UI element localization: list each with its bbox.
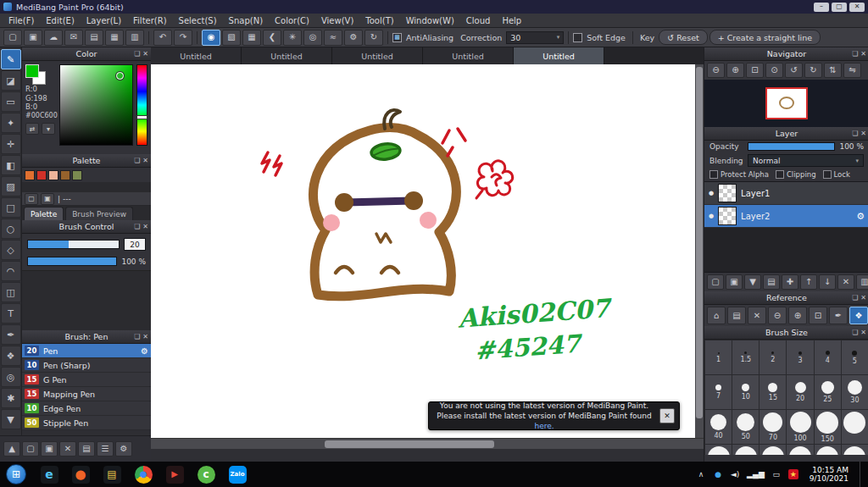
layer-row[interactable]: ● Layer2 ⚙ xyxy=(704,205,868,228)
move-layer-down-icon[interactable]: ↓ xyxy=(819,274,836,290)
panel-tab[interactable]: Brush Preview xyxy=(65,207,133,220)
gradient-tool[interactable]: ▨ xyxy=(1,176,21,196)
antialiasing-checkbox[interactable]: ▩ xyxy=(392,33,402,42)
angle-snap-icon[interactable]: ❮ xyxy=(263,30,281,46)
canvas-viewport[interactable]: Akis02C07 #45247 You are not using the l… xyxy=(151,64,704,438)
new-canvas-icon[interactable]: ▢ xyxy=(3,30,22,46)
layer-checkbox[interactable]: Clipping xyxy=(776,170,816,179)
menu-item[interactable]: Color(C) xyxy=(269,14,315,27)
brush-size-cell[interactable]: 1 xyxy=(705,340,732,374)
close-panel-icon[interactable]: ✕ xyxy=(860,294,866,302)
menu-item[interactable]: File(F) xyxy=(3,14,40,27)
brush-size-cell[interactable]: 50 xyxy=(732,410,759,444)
media-app-icon[interactable]: ▶ xyxy=(163,462,186,486)
brush-item[interactable]: 10 Pen (Sharp) ⚙ xyxy=(22,358,151,373)
navigator-thumbnail[interactable] xyxy=(765,87,808,119)
layer-settings-gear-icon[interactable]: ⚙ xyxy=(856,211,865,222)
brush-size-cell[interactable]: 70 xyxy=(760,410,786,444)
nav-flip-icon[interactable]: ⇋ xyxy=(843,63,861,78)
nav-rotate-right-icon[interactable]: ↻ xyxy=(804,63,822,78)
close-panel-icon[interactable]: ✕ xyxy=(142,333,148,340)
layer-row[interactable]: ● Layer1 ⚙ xyxy=(704,182,868,205)
vertical-scrollbar[interactable] xyxy=(695,64,704,438)
new-layer-icon[interactable]: ▢ xyxy=(707,274,724,290)
popout-panel-icon[interactable]: ❏ xyxy=(852,329,858,336)
duplicate-layer-icon[interactable]: ▣ xyxy=(726,274,743,290)
nav-zoom-out-icon[interactable]: ⊖ xyxy=(707,63,725,78)
new-folder-icon[interactable]: ✚ xyxy=(782,274,798,290)
eyedropper-tool[interactable]: ✒ xyxy=(1,324,21,345)
palette-swatch[interactable] xyxy=(25,170,35,180)
menu-item[interactable]: Help xyxy=(496,14,527,27)
menu-item[interactable]: Layer(L) xyxy=(81,14,127,27)
palette-new-icon[interactable]: ▢ xyxy=(25,193,38,205)
close-panel-icon[interactable]: ✕ xyxy=(860,329,866,336)
brush-type-icon[interactable]: ▧ xyxy=(222,30,241,46)
tray-network-icon[interactable]: ▂▄▆ xyxy=(747,469,765,479)
browser-orange-icon[interactable]: ● xyxy=(69,462,92,486)
brush-size-cell[interactable]: 4 xyxy=(815,340,841,374)
brush-item[interactable]: 15 G Pen ⚙ xyxy=(22,373,151,387)
taskbar-clock[interactable]: 10:15 AM 9/10/2021 xyxy=(810,466,849,483)
saturation-value-picker[interactable] xyxy=(59,64,133,146)
notification-close-button[interactable]: ✕ xyxy=(659,408,675,423)
redo-icon[interactable]: ↷ xyxy=(174,30,192,46)
brush-size-cell[interactable]: 2 xyxy=(760,340,786,374)
popout-panel-icon[interactable]: ❏ xyxy=(852,294,858,302)
layer-checkbox[interactable]: Protect Alpha xyxy=(709,170,769,179)
brush-size-cell[interactable]: 150 xyxy=(815,410,841,444)
palette-swatch[interactable] xyxy=(72,170,82,180)
ref-close-icon[interactable]: ✕ xyxy=(748,307,766,324)
minimize-button[interactable]: – xyxy=(814,3,829,12)
brush-opacity-slider[interactable] xyxy=(27,257,117,266)
chrome-icon[interactable]: ● xyxy=(131,462,155,486)
brush-size-cell[interactable] xyxy=(842,445,868,455)
vn-flag-icon[interactable]: ★ xyxy=(788,469,798,479)
delete-layer-icon[interactable]: ▥ xyxy=(856,274,868,290)
navigator-preview[interactable] xyxy=(704,80,868,127)
tray-keyboard-icon[interactable]: ▭ xyxy=(771,469,782,479)
brush-item[interactable]: 50 Stipple Pen ⚙ xyxy=(22,416,151,430)
tray-volume-icon[interactable]: ◄) xyxy=(730,469,740,479)
brush-size-cell[interactable]: 7 xyxy=(705,375,732,409)
popout-panel-icon[interactable]: ❏ xyxy=(134,223,140,230)
reset-button[interactable]: ↺ Reset xyxy=(659,30,708,45)
ref-home-icon[interactable]: ⌂ xyxy=(707,307,726,324)
menu-item[interactable]: View(V) xyxy=(315,14,359,27)
layer-folder-icon[interactable]: ▤ xyxy=(763,274,780,290)
radial-snap-icon[interactable]: ◎ xyxy=(303,30,322,46)
palette-swatch[interactable] xyxy=(60,170,70,180)
select-tool[interactable]: ▭ xyxy=(1,91,21,112)
undo-icon[interactable]: ↶ xyxy=(153,30,172,46)
close-button[interactable]: ✕ xyxy=(849,3,865,12)
ref-eyedropper-icon[interactable]: ✒ xyxy=(829,307,848,324)
ellipse-tool[interactable]: ○ xyxy=(1,219,21,239)
brush-size-cell[interactable] xyxy=(732,445,759,455)
brush-size-slider[interactable] xyxy=(27,240,120,249)
ref-zoom-in-icon[interactable]: ⊕ xyxy=(788,307,807,324)
layer-checkbox[interactable]: Lock xyxy=(823,170,850,179)
soft-edge-checkbox[interactable] xyxy=(573,33,582,42)
palette-swatch[interactable] xyxy=(48,170,58,180)
close-panel-icon[interactable]: ✕ xyxy=(142,223,148,230)
ref-open-icon[interactable]: ▤ xyxy=(727,307,746,324)
brush-size-cell[interactable]: 1.5 xyxy=(732,340,759,374)
material-panel-icon[interactable]: ▤ xyxy=(85,30,103,46)
close-panel-icon[interactable]: ✕ xyxy=(860,50,866,58)
reset-snap-icon[interactable]: ↻ xyxy=(364,30,383,46)
maximize-button[interactable]: ▢ xyxy=(832,3,847,12)
brush-menu-icon[interactable]: ☰ xyxy=(97,441,114,457)
menu-item[interactable]: Window(W) xyxy=(400,14,460,27)
eraser-tool[interactable]: ◪ xyxy=(1,70,21,91)
menu-item[interactable]: Cloud xyxy=(460,14,497,27)
brush-size-cell[interactable]: 20 xyxy=(787,375,813,409)
swap-colors-icon[interactable]: ⇄ xyxy=(25,123,39,135)
palette-item-row[interactable]: ▢▣ | --- xyxy=(22,191,151,206)
tray-cloud-icon[interactable]: ● xyxy=(713,469,723,479)
menu-item[interactable]: Edit(E) xyxy=(40,14,81,27)
curve-snap-icon[interactable]: ≈ xyxy=(324,30,342,46)
document-tab[interactable]: Untitled xyxy=(514,47,604,64)
lasso-tool[interactable]: ◇ xyxy=(1,240,21,260)
close-panel-icon[interactable]: ✕ xyxy=(142,157,148,164)
zoom-tool[interactable]: ◎ xyxy=(1,367,21,387)
